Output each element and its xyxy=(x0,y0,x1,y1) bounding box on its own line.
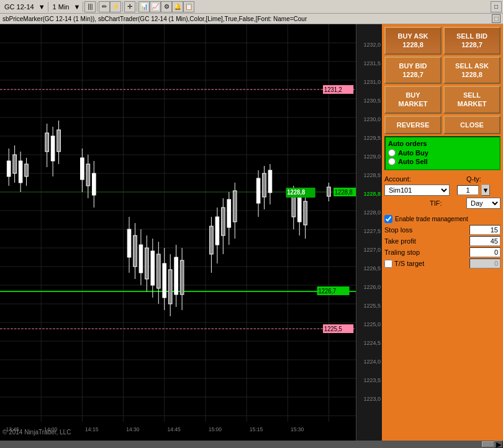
toolbar-sep-1 xyxy=(48,2,48,12)
svg-text:1228,8: 1228,8 xyxy=(335,189,353,196)
svg-rect-61 xyxy=(127,229,131,257)
svg-rect-45 xyxy=(19,161,22,183)
right-panel: BUY ASK 1228,8 SELL BID 1228,7 BUY BID 1… xyxy=(382,24,503,441)
chart-area[interactable]: 1231,2 1226,7 1225,5 xyxy=(0,24,356,441)
maximize-icon[interactable]: □ xyxy=(491,1,502,12)
account-qty-row: Account: Q-ty: xyxy=(384,175,501,183)
auto-buy-row: Auto Buy xyxy=(388,149,497,157)
svg-rect-51 xyxy=(51,136,55,161)
toolbar-sep-3 xyxy=(97,2,97,12)
svg-rect-53 xyxy=(57,130,61,152)
qty-input[interactable] xyxy=(457,185,479,195)
svg-text:15:00: 15:00 xyxy=(209,426,222,432)
svg-text:1228,8: 1228,8 xyxy=(287,189,305,196)
auto-buy-radio[interactable] xyxy=(388,149,396,157)
enable-trade-mgmt-row: Enable trade management xyxy=(384,215,501,223)
toolbar-sep-4 xyxy=(122,2,123,12)
buy-bid-button[interactable]: BUY BID 1228,7 xyxy=(384,57,442,85)
scroll-track[interactable] xyxy=(0,441,494,448)
reverse-button[interactable]: REVERSE xyxy=(384,116,442,134)
ts-target-label: T/S target xyxy=(394,260,424,267)
symbol-selector[interactable]: GC 12-14 xyxy=(1,2,37,12)
qty-dropdown-icon[interactable]: ▼ xyxy=(481,185,490,196)
tif-row: TIF: Day xyxy=(384,198,501,209)
toolbar-sep-5 xyxy=(137,2,137,12)
tif-select[interactable]: Day xyxy=(466,198,501,209)
svg-rect-63 xyxy=(134,235,137,267)
svg-rect-95 xyxy=(268,170,272,193)
market-button-row: BUY MARKET SELL MARKET xyxy=(384,86,501,114)
main-content: 1231,2 1226,7 1225,5 xyxy=(0,24,503,441)
undock-button[interactable]: ⬚ xyxy=(492,14,501,23)
stop-loss-input[interactable] xyxy=(469,225,501,235)
timeframe-selector[interactable]: 1 Min xyxy=(50,2,73,12)
draw-icon[interactable]: ✏ xyxy=(99,1,110,12)
trade-management-section: Enable trade management Stop loss Take p… xyxy=(384,213,501,270)
auto-sell-radio[interactable] xyxy=(388,158,396,165)
account-section: Account: Q-ty: Sim101 ▼ TIF: Day xyxy=(384,172,501,211)
svg-text:1225,5: 1225,5 xyxy=(324,326,342,332)
alert-icon[interactable]: 🔔 xyxy=(172,1,183,12)
chart-svg: 1231,2 1226,7 1225,5 xyxy=(0,24,356,441)
svg-text:1226,7: 1226,7 xyxy=(318,288,336,295)
svg-rect-83 xyxy=(215,217,219,245)
indicator-icon[interactable]: 📈 xyxy=(150,1,161,12)
strategy-icon[interactable]: ⚙ xyxy=(161,1,172,12)
second-button-row: BUY BID 1228,7 SELL ASK 1228,8 xyxy=(384,57,501,85)
sell-ask-button[interactable]: SELL ASK 1228,8 xyxy=(443,57,501,85)
trailing-stop-row: Traling stop xyxy=(384,247,501,257)
svg-rect-41 xyxy=(7,161,11,176)
sell-market-button[interactable]: SELL MARKET xyxy=(443,86,501,114)
svg-rect-73 xyxy=(163,263,166,298)
svg-rect-103 xyxy=(327,187,331,196)
svg-text:15:15: 15:15 xyxy=(250,426,263,432)
svg-text:14:15: 14:15 xyxy=(85,426,98,432)
svg-rect-89 xyxy=(233,191,237,222)
chart-type-icon[interactable]: 📊 xyxy=(138,1,150,12)
auto-orders-panel: Auto orders Auto Buy Auto Sell xyxy=(384,136,501,170)
tif-label: TIF: xyxy=(430,199,464,207)
toolbar-sep-2 xyxy=(83,2,83,12)
svg-rect-85 xyxy=(221,208,225,235)
account-select[interactable]: Sim101 xyxy=(384,185,450,196)
svg-text:15:30: 15:30 xyxy=(291,426,304,432)
title-bar: sbPriceMarker(GC 12-14 (1 Min)), sbChart… xyxy=(0,14,503,24)
svg-rect-69 xyxy=(151,251,155,285)
take-profit-input[interactable] xyxy=(469,236,501,246)
chart-title: sbPriceMarker(GC 12-14 (1 Min)), sbChart… xyxy=(2,16,307,22)
svg-rect-93 xyxy=(263,173,266,197)
bars-icon[interactable]: ||| xyxy=(84,1,96,12)
crosshair-icon[interactable]: ✛ xyxy=(124,1,135,12)
svg-rect-55 xyxy=(81,158,84,180)
reverse-close-row: REVERSE CLOSE xyxy=(384,116,501,134)
account-qty-fields: Sim101 ▼ xyxy=(384,185,501,196)
trailing-stop-input[interactable] xyxy=(469,247,501,257)
sell-bid-button[interactable]: SELL BID 1228,7 xyxy=(443,27,501,55)
auto-orders-title: Auto orders xyxy=(388,140,497,147)
svg-rect-91 xyxy=(256,178,260,203)
scroll-right-button[interactable]: ▶ xyxy=(494,441,503,448)
svg-rect-43 xyxy=(13,155,17,173)
buy-market-button[interactable]: BUY MARKET xyxy=(384,86,442,114)
ts-target-input[interactable] xyxy=(469,258,501,268)
prop-icon[interactable]: 📋 xyxy=(183,1,194,12)
trailing-stop-label: Traling stop xyxy=(384,249,420,256)
ts-target-checkbox[interactable] xyxy=(384,260,392,268)
price-axis: 1232,0 1231,5 1231,0 1230,5 1230,0 1229,… xyxy=(356,24,382,441)
svg-rect-49 xyxy=(45,133,49,152)
scroll-thumb[interactable] xyxy=(482,441,494,447)
stop-loss-label: Stop loss xyxy=(384,226,412,234)
close-button[interactable]: CLOSE xyxy=(443,116,501,134)
magic-icon[interactable]: ⚡ xyxy=(110,1,121,12)
svg-rect-81 xyxy=(210,226,214,254)
bottom-scrollbar: ▶ xyxy=(0,441,503,448)
take-profit-row: Take profit xyxy=(384,236,501,246)
auto-sell-row: Auto Sell xyxy=(388,158,497,165)
svg-rect-47 xyxy=(25,164,29,176)
svg-rect-75 xyxy=(168,270,172,304)
enable-trade-mgmt-checkbox[interactable] xyxy=(384,215,392,223)
buy-ask-button[interactable]: BUY ASK 1228,8 xyxy=(384,27,442,55)
svg-text:14:30: 14:30 xyxy=(126,426,139,432)
svg-rect-71 xyxy=(156,254,160,288)
svg-text:14:45: 14:45 xyxy=(167,426,180,432)
